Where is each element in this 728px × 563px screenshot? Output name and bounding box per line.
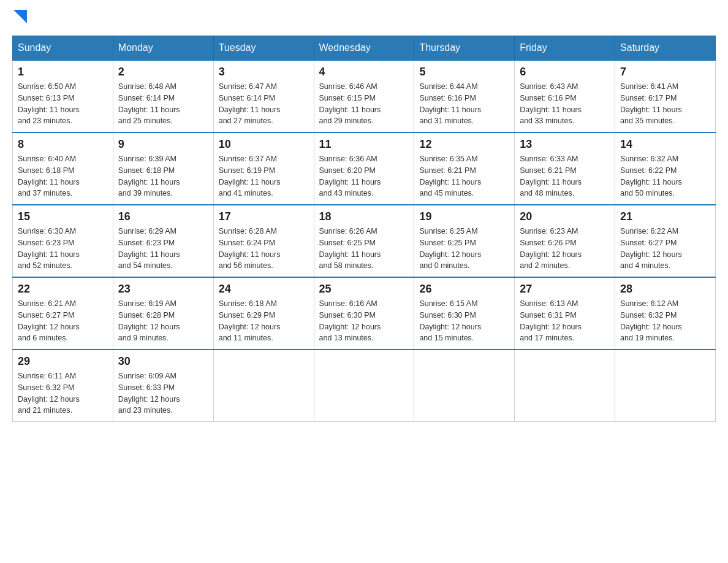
sunset-label: Sunset: 6:25 PM [419, 239, 476, 247]
daylight-cont: and 9 minutes. [118, 334, 169, 342]
sunset-label: Sunset: 6:18 PM [18, 166, 74, 175]
calendar-cell: 8 Sunrise: 6:40 AM Sunset: 6:18 PM Dayli… [13, 132, 113, 205]
daylight-cont: and 2 minutes. [520, 261, 570, 270]
daylight-cont: and 39 minutes. [118, 189, 173, 197]
day-number: 23 [118, 283, 208, 296]
daylight-label: Daylight: 12 hours [118, 323, 180, 331]
sunset-label: Sunset: 6:28 PM [118, 311, 175, 320]
daylight-cont: and 50 minutes. [620, 189, 675, 197]
day-number: 6 [520, 66, 610, 79]
sunrise-label: Sunrise: 6:46 AM [319, 82, 377, 91]
day-number: 19 [419, 210, 509, 223]
day-info: Sunrise: 6:47 AM Sunset: 6:14 PM Dayligh… [219, 81, 309, 127]
header-sunday: Sunday [13, 36, 113, 61]
calendar-cell: 22 Sunrise: 6:21 AM Sunset: 6:27 PM Dayl… [13, 277, 113, 350]
day-number: 13 [520, 138, 610, 151]
daylight-cont: and 52 minutes. [18, 261, 72, 270]
day-number: 10 [219, 138, 309, 151]
calendar-cell: 24 Sunrise: 6:18 AM Sunset: 6:29 PM Dayl… [213, 277, 314, 350]
header-monday: Monday [113, 36, 213, 61]
calendar-cell: 4 Sunrise: 6:46 AM Sunset: 6:15 PM Dayli… [314, 60, 414, 132]
sunrise-label: Sunrise: 6:44 AM [419, 82, 477, 91]
day-info: Sunrise: 6:12 AM Sunset: 6:32 PM Dayligh… [620, 298, 710, 344]
daylight-cont: and 43 minutes. [319, 189, 374, 197]
sunset-label: Sunset: 6:31 PM [520, 311, 576, 320]
daylight-label: Daylight: 11 hours [419, 178, 481, 186]
daylight-cont: and 58 minutes. [319, 261, 374, 270]
daylight-label: Daylight: 11 hours [118, 105, 180, 114]
sunrise-label: Sunrise: 6:19 AM [118, 299, 176, 308]
day-number: 16 [118, 210, 208, 223]
daylight-label: Daylight: 12 hours [620, 250, 682, 259]
day-number: 8 [18, 138, 108, 151]
day-number: 5 [419, 66, 509, 79]
calendar-cell: 6 Sunrise: 6:43 AM Sunset: 6:16 PM Dayli… [515, 60, 615, 132]
day-number: 14 [620, 138, 710, 151]
day-number: 22 [18, 283, 108, 296]
daylight-cont: and 23 minutes. [18, 117, 72, 125]
calendar-cell: 10 Sunrise: 6:37 AM Sunset: 6:19 PM Dayl… [213, 132, 314, 205]
sunset-label: Sunset: 6:16 PM [520, 94, 576, 102]
logo [12, 12, 27, 23]
calendar-cell: 13 Sunrise: 6:33 AM Sunset: 6:21 PM Dayl… [515, 132, 615, 205]
day-info: Sunrise: 6:50 AM Sunset: 6:13 PM Dayligh… [18, 81, 108, 127]
sunrise-label: Sunrise: 6:30 AM [18, 227, 76, 236]
page-header [12, 12, 716, 23]
day-number: 7 [620, 66, 710, 79]
header-tuesday: Tuesday [213, 36, 314, 61]
sunrise-label: Sunrise: 6:09 AM [118, 372, 176, 380]
day-number: 24 [219, 283, 309, 296]
calendar-cell: 3 Sunrise: 6:47 AM Sunset: 6:14 PM Dayli… [213, 60, 314, 132]
daylight-cont: and 41 minutes. [219, 189, 273, 197]
sunrise-label: Sunrise: 6:47 AM [219, 82, 277, 91]
sunset-label: Sunset: 6:26 PM [520, 239, 576, 247]
daylight-label: Daylight: 11 hours [219, 250, 281, 259]
header-thursday: Thursday [414, 36, 515, 61]
sunset-label: Sunset: 6:19 PM [219, 166, 275, 175]
calendar-cell: 16 Sunrise: 6:29 AM Sunset: 6:23 PM Dayl… [113, 205, 213, 277]
calendar-cell: 9 Sunrise: 6:39 AM Sunset: 6:18 PM Dayli… [113, 132, 213, 205]
sunrise-label: Sunrise: 6:12 AM [620, 299, 678, 308]
week-row-3: 15 Sunrise: 6:30 AM Sunset: 6:23 PM Dayl… [13, 205, 716, 277]
sunrise-label: Sunrise: 6:15 AM [419, 299, 477, 308]
daylight-label: Daylight: 11 hours [620, 178, 682, 186]
daylight-cont: and 21 minutes. [18, 406, 72, 415]
day-info: Sunrise: 6:13 AM Sunset: 6:31 PM Dayligh… [520, 298, 610, 344]
daylight-cont: and 45 minutes. [419, 189, 474, 197]
calendar-cell: 18 Sunrise: 6:26 AM Sunset: 6:25 PM Dayl… [314, 205, 414, 277]
calendar-cell: 30 Sunrise: 6:09 AM Sunset: 6:33 PM Dayl… [113, 350, 213, 422]
week-row-5: 29 Sunrise: 6:11 AM Sunset: 6:32 PM Dayl… [13, 350, 716, 422]
daylight-cont: and 25 minutes. [118, 117, 173, 125]
day-info: Sunrise: 6:32 AM Sunset: 6:22 PM Dayligh… [620, 153, 710, 199]
day-info: Sunrise: 6:43 AM Sunset: 6:16 PM Dayligh… [520, 81, 610, 127]
sunrise-label: Sunrise: 6:35 AM [419, 155, 477, 163]
daylight-label: Daylight: 11 hours [319, 178, 381, 186]
sunset-label: Sunset: 6:27 PM [620, 239, 677, 247]
calendar-cell: 17 Sunrise: 6:28 AM Sunset: 6:24 PM Dayl… [213, 205, 314, 277]
daylight-cont: and 33 minutes. [520, 117, 574, 125]
daylight-cont: and 15 minutes. [419, 334, 474, 342]
calendar-cell: 1 Sunrise: 6:50 AM Sunset: 6:13 PM Dayli… [13, 60, 113, 132]
day-number: 2 [118, 66, 208, 79]
calendar-cell: 21 Sunrise: 6:22 AM Sunset: 6:27 PM Dayl… [615, 205, 716, 277]
daylight-label: Daylight: 11 hours [520, 178, 582, 186]
sunset-label: Sunset: 6:32 PM [620, 311, 677, 320]
daylight-label: Daylight: 11 hours [520, 105, 582, 114]
sunset-label: Sunset: 6:23 PM [18, 239, 74, 247]
day-info: Sunrise: 6:11 AM Sunset: 6:32 PM Dayligh… [18, 370, 108, 416]
calendar-cell: 12 Sunrise: 6:35 AM Sunset: 6:21 PM Dayl… [414, 132, 515, 205]
day-number: 3 [219, 66, 309, 79]
sunrise-label: Sunrise: 6:28 AM [219, 227, 277, 236]
sunrise-label: Sunrise: 6:41 AM [620, 82, 678, 91]
daylight-cont: and 11 minutes. [219, 334, 273, 342]
day-info: Sunrise: 6:37 AM Sunset: 6:19 PM Dayligh… [219, 153, 309, 199]
day-info: Sunrise: 6:16 AM Sunset: 6:30 PM Dayligh… [319, 298, 409, 344]
week-row-1: 1 Sunrise: 6:50 AM Sunset: 6:13 PM Dayli… [13, 60, 716, 132]
daylight-label: Daylight: 11 hours [219, 178, 281, 186]
svg-marker-0 [13, 10, 27, 23]
daylight-cont: and 17 minutes. [520, 334, 574, 342]
day-number: 28 [620, 283, 710, 296]
day-info: Sunrise: 6:25 AM Sunset: 6:25 PM Dayligh… [419, 226, 509, 272]
sunrise-label: Sunrise: 6:26 AM [319, 227, 377, 236]
day-number: 1 [18, 66, 108, 79]
